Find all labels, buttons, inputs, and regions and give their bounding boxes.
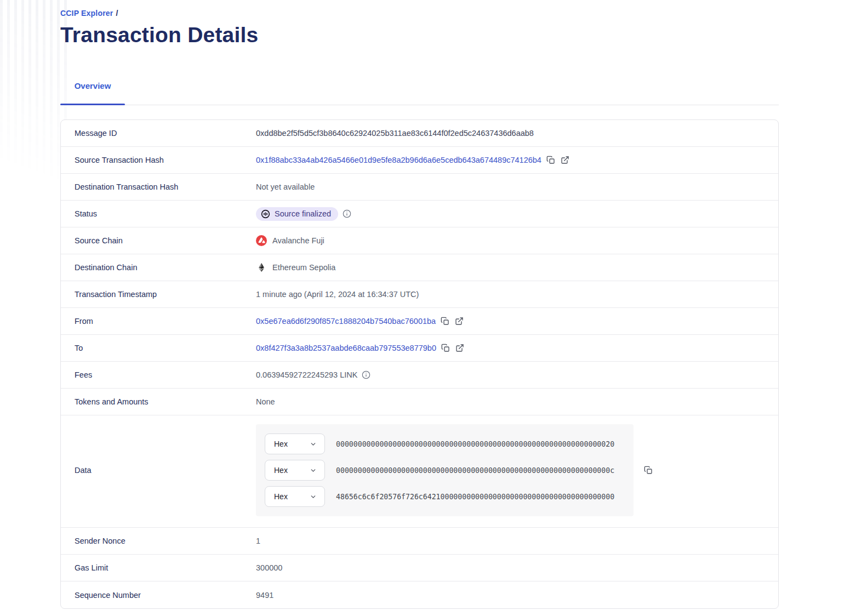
data-format-select[interactable]: Hex xyxy=(265,460,325,481)
table-row-source-chain: Source Chain Avalanche Fuji xyxy=(61,227,778,254)
source-chain-label: Avalanche Fuji xyxy=(272,236,324,245)
row-label: Message ID xyxy=(75,129,256,138)
row-label: Fees xyxy=(75,370,256,379)
ethereum-icon xyxy=(256,262,267,273)
data-line: Hex 000000000000000000000000000000000000… xyxy=(265,460,625,481)
copy-icon[interactable] xyxy=(643,465,653,475)
status-progress-icon xyxy=(261,209,270,219)
transaction-details-page: CCIP Explorer/ Transaction Details Overv… xyxy=(0,0,850,609)
from-address-link[interactable]: 0x5e67ea6d6f290f857c1888204b7540bac76001… xyxy=(256,317,436,326)
table-row-to: To 0x8f427f3a3a8b2537aabde68caab797553e8… xyxy=(61,335,778,362)
row-label: From xyxy=(75,317,256,326)
destination-chain-label: Ethereum Sepolia xyxy=(272,263,335,272)
copy-icon[interactable] xyxy=(546,155,556,165)
row-label: Sender Nonce xyxy=(75,537,256,545)
table-row-sequence-number: Sequence Number 9491 xyxy=(61,581,778,608)
sender-nonce-value: 1 xyxy=(256,537,260,545)
data-hex-value: 48656c6c6f20576f726c64210000000000000000… xyxy=(336,493,614,501)
data-format-select[interactable]: Hex xyxy=(265,434,325,454)
chevron-down-icon xyxy=(310,441,317,448)
table-row-data: Data Hex 0000000000000000000000000000000… xyxy=(61,415,778,528)
status-badge-label: Source finalized xyxy=(275,209,331,218)
external-link-icon[interactable] xyxy=(455,343,465,353)
destination-chain-value: Ethereum Sepolia xyxy=(256,262,335,273)
data-hex-value: 0000000000000000000000000000000000000000… xyxy=(336,440,614,448)
chevron-down-icon xyxy=(310,467,317,474)
message-id-value: 0xdd8be2f5f5d5cf3b8640c62924025b311ae83c… xyxy=(256,129,534,138)
timestamp-value: 1 minute ago (April 12, 2024 at 16:34:37… xyxy=(256,290,419,299)
table-row-timestamp: Transaction Timestamp 1 minute ago (Apri… xyxy=(61,281,778,308)
external-link-icon[interactable] xyxy=(454,316,464,326)
info-icon[interactable] xyxy=(362,370,371,380)
info-icon[interactable] xyxy=(343,209,352,219)
avalanche-icon xyxy=(256,235,267,246)
external-link-icon[interactable] xyxy=(560,155,570,165)
table-row-from: From 0x5e67ea6d6f290f857c1888204b7540bac… xyxy=(61,308,778,335)
row-label: Status xyxy=(75,209,256,218)
data-format-select[interactable]: Hex xyxy=(265,486,325,507)
data-line: Hex 000000000000000000000000000000000000… xyxy=(265,434,625,454)
table-row-destination-tx-hash: Destination Transaction Hash Not yet ava… xyxy=(61,174,778,201)
source-tx-hash-link[interactable]: 0x1f88abc33a4ab426a5466e01d9e5fe8a2b96d6… xyxy=(256,156,541,164)
copy-icon[interactable] xyxy=(441,343,450,353)
row-label: Transaction Timestamp xyxy=(75,290,256,299)
tab-overview[interactable]: Overview xyxy=(60,76,125,105)
fees-value: 0.06394592722245293 LINK xyxy=(256,370,357,379)
row-label: Gas Limit xyxy=(75,563,256,572)
data-panel: Hex 000000000000000000000000000000000000… xyxy=(256,424,634,516)
row-label: Destination Chain xyxy=(75,263,256,272)
data-format-value: Hex xyxy=(274,466,288,475)
transaction-details-card: Message ID 0xdd8be2f5f5d5cf3b8640c629240… xyxy=(60,119,779,609)
row-label: Tokens and Amounts xyxy=(75,397,256,406)
sequence-number-value: 9491 xyxy=(256,591,273,600)
row-label: Destination Transaction Hash xyxy=(75,182,256,191)
table-row-source-tx-hash: Source Transaction Hash 0x1f88abc33a4ab4… xyxy=(61,147,778,174)
data-hex-value: 0000000000000000000000000000000000000000… xyxy=(336,466,614,475)
chevron-down-icon xyxy=(310,493,317,500)
table-row-fees: Fees 0.06394592722245293 LINK xyxy=(61,362,778,389)
source-chain-value: Avalanche Fuji xyxy=(256,235,324,246)
row-label: Data xyxy=(75,466,256,475)
table-row-sender-nonce: Sender Nonce 1 xyxy=(61,528,778,555)
table-row-tokens-amounts: Tokens and Amounts None xyxy=(61,389,778,415)
tokens-amounts-value: None xyxy=(256,397,275,406)
row-label: Sequence Number xyxy=(75,591,256,600)
row-label: To xyxy=(75,344,256,352)
breadcrumb-separator: / xyxy=(116,9,118,18)
data-format-value: Hex xyxy=(274,440,288,448)
status-badge: Source finalized xyxy=(256,207,338,221)
data-line: Hex 48656c6c6f20576f726c6421000000000000… xyxy=(265,486,625,507)
to-address-link[interactable]: 0x8f427f3a3a8b2537aabde68caab797553e8779… xyxy=(256,344,436,352)
table-row-gas-limit: Gas Limit 300000 xyxy=(61,555,778,581)
row-label: Source Transaction Hash xyxy=(75,156,256,164)
table-row-destination-chain: Destination Chain Ethereum Sepolia xyxy=(61,254,778,281)
destination-tx-hash-value: Not yet available xyxy=(256,182,315,191)
breadcrumb-link-ccip-explorer[interactable]: CCIP Explorer xyxy=(60,9,113,18)
page-title: Transaction Details xyxy=(60,23,779,47)
data-format-value: Hex xyxy=(274,492,288,501)
breadcrumb: CCIP Explorer/ xyxy=(60,9,779,18)
row-label: Source Chain xyxy=(75,236,256,245)
tab-bar: Overview xyxy=(60,76,779,105)
data-section: Hex 000000000000000000000000000000000000… xyxy=(256,424,653,516)
gas-limit-value: 300000 xyxy=(256,563,282,572)
table-row-message-id: Message ID 0xdd8be2f5f5d5cf3b8640c629240… xyxy=(61,120,778,147)
table-row-status: Status Source finalized xyxy=(61,201,778,227)
copy-icon[interactable] xyxy=(440,316,450,326)
